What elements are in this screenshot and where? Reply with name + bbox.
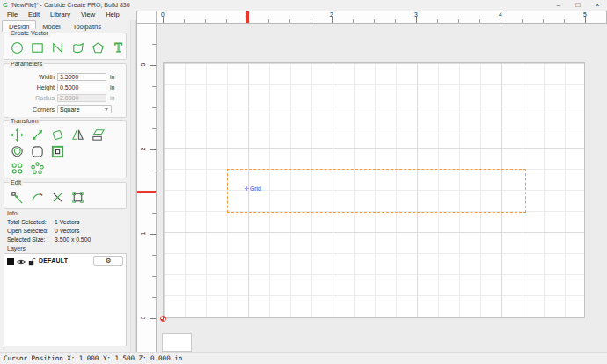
ruler-tick <box>585 17 586 23</box>
ruler-tick <box>152 44 156 45</box>
polyline-tool-icon[interactable] <box>48 40 67 56</box>
ruler-tick <box>501 17 501 23</box>
nest-tool-icon[interactable] <box>48 143 67 160</box>
ruler-tick <box>152 128 156 129</box>
layer-name: DEFAULT <box>39 258 68 264</box>
height-label: Height <box>4 84 57 91</box>
ruler-tick <box>152 276 156 277</box>
transform-group: Transform <box>4 120 127 178</box>
menu-edit[interactable]: Edit <box>24 10 44 20</box>
ruler-tick <box>437 19 438 23</box>
info-label: Total Selected: <box>7 219 49 225</box>
chevron-down-icon <box>105 108 108 111</box>
ruler-tick <box>416 17 417 23</box>
ruler-label: 5 <box>583 11 587 18</box>
svg-text:T: T <box>114 40 122 55</box>
ruler-label: 0 <box>140 314 146 323</box>
ruler-tick <box>226 19 227 23</box>
offset-tool-icon[interactable] <box>8 143 26 160</box>
node-edit-tool-icon[interactable] <box>8 189 26 206</box>
ruler-tick <box>150 149 156 150</box>
ruler-tick <box>152 107 156 108</box>
ruler-tick <box>152 86 156 87</box>
gear-icon: ⚙ <box>106 257 112 266</box>
edit-group: Edit <box>4 182 127 209</box>
unlock-icon[interactable] <box>28 253 36 269</box>
rotate-tool-icon[interactable] <box>48 127 67 143</box>
titlebar: C [NewFile]* - Carbide Create PRO, Build… <box>0 0 607 10</box>
width-label: Width <box>4 74 57 80</box>
ruler-label: 0 <box>161 11 165 18</box>
panel-scrollbar[interactable] <box>130 20 136 352</box>
flip-tool-icon[interactable] <box>69 127 87 143</box>
height-input[interactable]: 0.5000 <box>57 84 106 91</box>
parameters-group: Parameters Width 3.5000 in Height 0.5000… <box>4 63 127 118</box>
design-canvas[interactable]: Grid <box>157 24 607 352</box>
selection-rectangle[interactable] <box>227 169 526 213</box>
circular-array-tool-icon[interactable] <box>28 160 47 177</box>
ruler-label: 3 <box>414 11 418 18</box>
info-selected-size: Selected Size: 3.500 x 0.500 <box>7 237 127 243</box>
maximize-button[interactable]: □ <box>568 1 588 10</box>
info-label: Open Selected: <box>7 228 49 234</box>
stock-area[interactable]: Grid <box>163 62 585 318</box>
close-button[interactable]: × <box>588 1 607 10</box>
ruler-tick <box>564 19 565 23</box>
create-vector-title: Create Vector <box>9 29 50 37</box>
break-tool-icon[interactable] <box>48 189 67 206</box>
ruler-label: 3 <box>140 61 146 69</box>
parameters-title: Parameters <box>9 60 44 68</box>
eye-icon[interactable] <box>17 253 26 269</box>
layer-settings-button[interactable]: ⚙ <box>93 256 123 266</box>
menu-help[interactable]: Help <box>101 10 123 20</box>
width-input[interactable]: 3.5000 <box>57 73 106 81</box>
radius-label: Radius <box>4 95 57 101</box>
selection-label[interactable]: Grid <box>245 186 261 192</box>
tab-toolpaths[interactable]: Toolpaths <box>67 21 107 32</box>
text-tool-icon[interactable]: T <box>109 40 128 56</box>
minimize-button[interactable]: – <box>549 1 568 10</box>
height-unit: in <box>110 84 114 91</box>
ruler-tick <box>152 171 156 171</box>
ruler-tick <box>332 17 333 23</box>
corners-dropdown[interactable]: Square <box>57 105 112 113</box>
ruler-tick <box>289 19 290 23</box>
menu-file[interactable]: File <box>3 10 22 20</box>
rectangle-tool-icon[interactable] <box>28 40 47 56</box>
menu-library[interactable]: Library <box>46 10 75 20</box>
ruler-tick <box>479 19 480 23</box>
info-label: Selected Size: <box>7 237 49 243</box>
merge-tool-icon[interactable] <box>69 189 87 206</box>
info-value: 3.500 x 0.500 <box>55 237 91 243</box>
ruler-tick <box>150 318 156 319</box>
layers-title: Layers <box>7 245 26 251</box>
canvas-corner-box <box>162 333 192 352</box>
curve-tool-icon[interactable] <box>69 40 87 56</box>
move-tool-icon[interactable] <box>8 127 26 143</box>
info-total-selected: Total Selected: 1 Vectors <box>7 219 127 225</box>
ruler-tick <box>543 19 544 23</box>
v-ruler-cursor-marker <box>137 191 156 193</box>
layer-color-swatch[interactable] <box>7 258 14 265</box>
ruler-tick <box>374 19 375 23</box>
layers-list: DEFAULT ⚙ <box>4 253 127 346</box>
anchor-point-icon <box>245 186 249 191</box>
radius-unit: in <box>110 95 114 101</box>
info-open-selected: Open Selected: 0 Vectors <box>7 228 127 234</box>
ruler-tick <box>152 213 156 214</box>
circle-tool-icon[interactable] <box>8 40 26 56</box>
layer-row[interactable]: DEFAULT ⚙ <box>4 254 126 267</box>
round-corners-tool-icon[interactable] <box>28 143 47 160</box>
scale-tool-icon[interactable] <box>28 127 47 143</box>
skew-tool-icon[interactable] <box>89 127 107 143</box>
left-panel: Design Model Toolpaths Create Vector <box>0 20 130 352</box>
polygon-tool-icon[interactable] <box>89 40 107 56</box>
radius-input: 2.0000 <box>57 94 106 102</box>
ruler-tick <box>268 19 269 23</box>
width-unit: in <box>110 74 114 80</box>
trim-tool-icon[interactable] <box>28 189 47 206</box>
ruler-label: 1 <box>140 229 146 238</box>
linear-array-tool-icon[interactable] <box>8 160 26 177</box>
menu-view[interactable]: View <box>77 10 99 20</box>
status-bar: Cursor Position X: 1.000 Y: 1.500 Z: 0.0… <box>0 352 607 364</box>
